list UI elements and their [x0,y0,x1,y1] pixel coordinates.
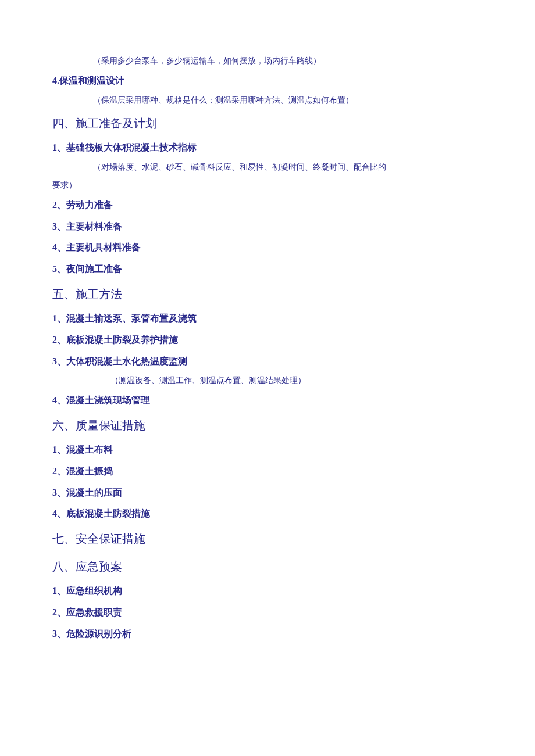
sec6-item-3: 3、混凝土的压面 [52,482,483,504]
sec8-item-2: 2、应急救援职责 [52,602,483,624]
sec5-item-4: 4、混凝土浇筑现场管理 [52,390,483,411]
sec5-item-3: 3、大体积混凝土水化热温度监测 [52,351,483,372]
section-6-heading: 六、质量保证措施 [52,411,483,439]
heading-item-4: 4.保温和测温设计 [52,70,483,92]
section-7-heading: 七、安全保证措施 [52,525,483,553]
sec4-item-5: 5、夜间施工准备 [52,259,483,280]
sec4-item-1: 1、基础筏板大体积混凝土技术指标 [52,137,483,159]
note-pump-trucks: （采用多少台泵车，多少辆运输车，如何摆放，场内行车路线） [52,52,483,70]
sec6-item-4: 4、底板混凝土防裂措施 [52,503,483,525]
section-5-heading: 五、施工方法 [52,280,483,308]
sec5-note-1: （测温设备、测温工作、测温点布置、测温结果处理） [52,372,483,390]
sec4-item-4: 4、主要机具材料准备 [52,237,483,259]
sec6-item-1: 1、混凝土布料 [52,439,483,461]
sec8-item-3: 3、危险源识别分析 [52,624,483,645]
sec8-item-1: 1、应急组织机构 [52,581,483,602]
section-4-heading: 四、施工准备及计划 [52,109,483,137]
note-insulation: （保温层采用哪种、规格是什么；测温采用哪种方法、测温点如何布置） [52,92,483,110]
sec6-item-2: 2、混凝土振捣 [52,461,483,482]
sec4-note-1a: （对塌落度、水泥、砂石、碱骨料反应、和易性、初凝时间、终凝时间、配合比的 [52,159,483,177]
sec5-item-2: 2、底板混凝土防裂及养护措施 [52,329,483,351]
sec4-item-2: 2、劳动力准备 [52,195,483,216]
section-8-heading: 八、应急预案 [52,553,483,581]
sec4-note-1b: 要求） [52,177,483,195]
sec5-item-1: 1、混凝土输送泵、泵管布置及浇筑 [52,308,483,329]
sec4-item-3: 3、主要材料准备 [52,216,483,238]
